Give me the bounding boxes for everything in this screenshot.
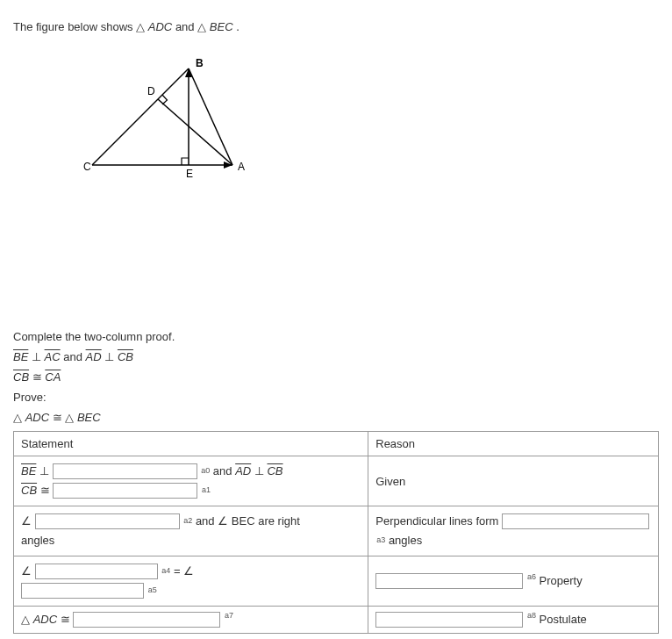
- perp-symbol: ⊥: [254, 464, 264, 477]
- row3-eq: =: [174, 564, 183, 578]
- given-line-1: BE ⊥ AC and AD ⊥ CB: [13, 350, 659, 363]
- row4-reason: a8 Postulate: [368, 607, 659, 634]
- answer-input-5[interactable]: [21, 583, 144, 599]
- cong-symbol: ≅: [32, 370, 42, 384]
- perp-symbol: ⊥: [39, 464, 49, 477]
- seg-cb2: CB: [13, 370, 29, 384]
- complete-instruction: Complete the two-column proof.: [13, 330, 659, 343]
- row1-ad: AD: [235, 464, 251, 477]
- intro-and: and: [175, 20, 197, 33]
- triangle-symbol: △: [21, 613, 30, 626]
- answer-input-3[interactable]: [502, 513, 649, 529]
- header-reason: Reason: [368, 432, 659, 456]
- row1-and: and: [213, 464, 235, 477]
- perp-symbol: ⊥: [104, 350, 114, 363]
- sup-a4: a4: [161, 566, 170, 575]
- given-line-2: CB ≅ CA: [13, 370, 659, 384]
- prove-adc: ADC: [25, 411, 49, 424]
- seg-be: BE: [13, 350, 28, 363]
- row1-cb: CB: [267, 464, 282, 477]
- cong-symbol: ≅: [61, 613, 70, 626]
- row3-statement: ∠ a4 = ∠ a5: [14, 556, 368, 607]
- cong-symbol: ≅: [40, 484, 50, 497]
- seg-cb: CB: [118, 350, 133, 363]
- proof-table: Statement Reason BE ⊥ a0 and AD ⊥ CB CB: [13, 431, 659, 634]
- seg-ad: AD: [86, 350, 102, 363]
- sup-a1: a1: [202, 485, 211, 494]
- label-b: B: [196, 57, 204, 69]
- prove-label: Prove:: [13, 391, 659, 404]
- prove-statement: △ ADC ≅ △ BEC: [13, 411, 659, 424]
- row4-statement: △ ADC ≅ a7: [14, 607, 368, 634]
- row1-statement: BE ⊥ a0 and AD ⊥ CB CB ≅ a1: [14, 456, 368, 506]
- row2-reason-a: Perpendicular lines form: [375, 514, 502, 528]
- row4-adc: ADC: [33, 613, 57, 626]
- answer-input-4[interactable]: [35, 564, 158, 579]
- answer-input-7[interactable]: [73, 612, 220, 628]
- header-statement: Statement: [14, 432, 368, 456]
- row2-reason-b: angles: [389, 534, 422, 547]
- triangle-figure: B D C A E: [75, 51, 268, 183]
- cong-symbol: ≅: [53, 411, 62, 424]
- answer-input-8[interactable]: [375, 612, 523, 628]
- row3-reason-suffix: Property: [540, 574, 583, 587]
- angle-symbol: ∠: [218, 514, 228, 528]
- row4-reason-suffix: Postulate: [540, 613, 587, 626]
- triangle-symbol: △: [197, 20, 206, 33]
- sup-a5: a5: [148, 585, 157, 594]
- row2-angles: angles: [21, 534, 54, 547]
- answer-input-6[interactable]: [375, 573, 523, 589]
- angle-symbol: ∠: [21, 564, 32, 578]
- label-a: A: [238, 161, 245, 173]
- given-section: Complete the two-column proof. BE ⊥ AC a…: [13, 330, 659, 424]
- answer-input-2[interactable]: [35, 513, 180, 529]
- row2-reason: Perpendicular lines form a3 angles: [368, 506, 659, 556]
- intro-text: The figure below shows △ ADC and △ BEC .: [13, 20, 659, 33]
- sup-a0: a0: [201, 466, 210, 475]
- triangle-symbol: △: [136, 20, 145, 33]
- row2-statement: ∠ a2 and ∠ BEC are right angles: [14, 506, 368, 556]
- prove-bec: BEC: [77, 411, 101, 424]
- triangle-symbol: △: [13, 411, 22, 424]
- table-header-row: Statement Reason: [14, 432, 659, 456]
- sup-a3: a3: [376, 535, 385, 544]
- svg-line-4: [158, 99, 232, 165]
- table-row: △ ADC ≅ a7 a8 Postulate: [14, 607, 659, 634]
- triangle-bec: BEC: [210, 20, 233, 33]
- given1-and: and: [63, 350, 85, 363]
- seg-ac: AC: [45, 350, 61, 363]
- label-c: C: [83, 161, 91, 173]
- sup-a8: a8: [527, 611, 536, 620]
- sup-a7: a7: [225, 611, 233, 620]
- sup-a2: a2: [183, 516, 192, 525]
- angle-symbol: ∠: [183, 564, 194, 578]
- intro-prefix: The figure below shows: [13, 20, 136, 33]
- label-d: D: [147, 85, 155, 97]
- answer-input-0[interactable]: [53, 463, 197, 479]
- row1-cb2: CB: [21, 484, 37, 497]
- seg-ca: CA: [45, 370, 61, 384]
- perp-symbol: ⊥: [32, 350, 41, 363]
- intro-period: .: [236, 20, 239, 33]
- table-row: ∠ a4 = ∠ a5 a6 Property: [14, 556, 659, 607]
- row2-bec: BEC are right: [232, 514, 300, 528]
- sup-a6: a6: [527, 572, 536, 581]
- triangle-symbol: △: [65, 411, 74, 424]
- row1-be: BE: [21, 464, 36, 477]
- label-e: E: [186, 168, 193, 180]
- angle-symbol: ∠: [21, 514, 32, 528]
- answer-input-1[interactable]: [53, 483, 197, 499]
- row2-and: and: [196, 514, 218, 528]
- svg-line-1: [92, 68, 189, 165]
- figure-container: B D C A E: [75, 51, 659, 183]
- triangle-adc: ADC: [148, 20, 172, 33]
- svg-line-2: [189, 68, 232, 165]
- table-row: ∠ a2 and ∠ BEC are right angles Perpendi…: [14, 506, 659, 556]
- row3-reason: a6 Property: [368, 556, 659, 607]
- row1-reason: Given: [368, 456, 659, 506]
- table-row: BE ⊥ a0 and AD ⊥ CB CB ≅ a1: [14, 456, 659, 506]
